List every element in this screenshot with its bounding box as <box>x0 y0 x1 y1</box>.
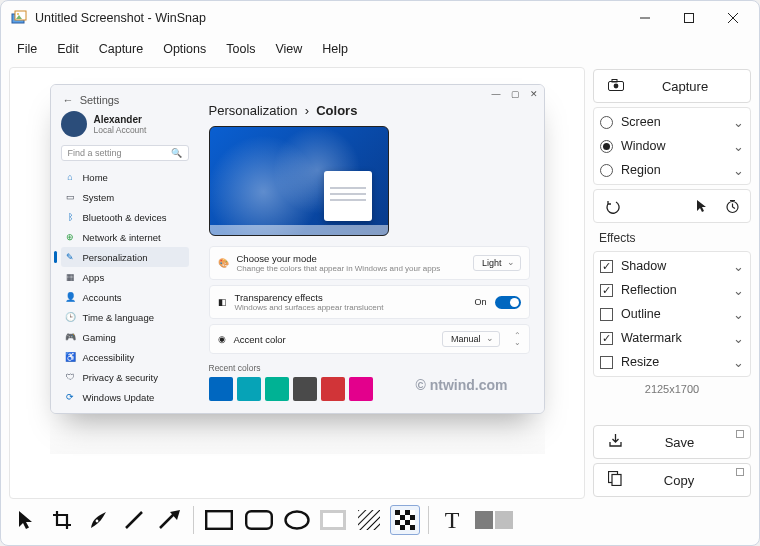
captured-screenshot: ← Settings Alexander Local Account Find … <box>50 84 545 414</box>
image-dimensions: 2125x1700 <box>593 381 751 401</box>
svg-rect-29 <box>400 515 405 520</box>
tool-color-fill[interactable] <box>473 505 517 535</box>
effects-title: Effects <box>593 227 751 247</box>
settings-user: Alexander Local Account <box>61 109 189 145</box>
menu-view[interactable]: View <box>267 38 310 60</box>
menu-capture[interactable]: Capture <box>91 38 151 60</box>
settings-nav-item: ⊕Network & internet <box>61 227 189 247</box>
settings-nav-item: 👤Accounts <box>61 287 189 307</box>
card-choose-mode: 🎨 Choose your modeChange the colors that… <box>209 246 530 280</box>
canvas-area[interactable]: ← Settings Alexander Local Account Find … <box>9 67 585 499</box>
pin-icon <box>736 430 744 438</box>
tool-text[interactable]: T <box>437 505 467 535</box>
copy-button[interactable]: Copy <box>593 463 751 497</box>
close-button[interactable] <box>711 3 755 33</box>
svg-rect-20 <box>246 511 272 529</box>
effect-watermark[interactable]: Watermark⌄ <box>594 326 750 350</box>
delay-button[interactable] <box>720 194 744 218</box>
chevron-down-icon[interactable]: ⌄ <box>733 139 744 154</box>
tool-pointer[interactable] <box>11 505 41 535</box>
undo-button[interactable] <box>600 194 624 218</box>
svg-rect-19 <box>206 511 232 529</box>
settings-window-controls: —▢✕ <box>492 89 538 99</box>
chevron-down-icon[interactable]: ⌄ <box>733 331 744 346</box>
mode-region[interactable]: Region⌄ <box>594 158 750 182</box>
effect-outline[interactable]: Outline⌄ <box>594 302 750 326</box>
tool-arrow[interactable] <box>155 505 185 535</box>
pin-icon <box>736 468 744 476</box>
tool-blur[interactable] <box>354 505 384 535</box>
window-title: Untitled Screenshot - WinSnap <box>35 11 623 25</box>
settings-nav-item: 🕒Time & language <box>61 307 189 327</box>
minimize-button[interactable] <box>623 3 667 33</box>
chevron-down-icon[interactable]: ⌄ <box>733 259 744 274</box>
svg-line-18 <box>160 514 174 528</box>
chevron-down-icon[interactable]: ⌄ <box>733 355 744 370</box>
tool-crop[interactable] <box>47 505 77 535</box>
watermark: © ntwind.com <box>416 377 508 393</box>
svg-rect-8 <box>612 79 617 82</box>
svg-rect-34 <box>410 525 415 530</box>
tool-rounded-rect[interactable] <box>242 505 276 535</box>
user-type: Local Account <box>94 125 147 135</box>
tool-pixelate[interactable] <box>390 505 420 535</box>
settings-nav-item: ᛒBluetooth & devices <box>61 207 189 227</box>
app-icon <box>11 10 27 26</box>
settings-nav-item: ⟳Windows Update <box>61 387 189 407</box>
effect-resize[interactable]: Resize⌄ <box>594 350 750 374</box>
recent-colors-label: Recent colors <box>203 359 530 377</box>
svg-rect-32 <box>405 520 410 525</box>
svg-rect-15 <box>612 475 621 486</box>
accent-dropdown: Manual <box>442 331 500 347</box>
mode-dropdown: Light <box>473 255 521 271</box>
chevron-down-icon[interactable]: ⌄ <box>733 283 744 298</box>
chevron-down-icon[interactable]: ⌄ <box>733 307 744 322</box>
settings-nav-item: ♿Accessibility <box>61 347 189 367</box>
save-button[interactable]: Save <box>593 425 751 459</box>
tool-rectangle[interactable] <box>202 505 236 535</box>
capture-button[interactable]: Capture <box>593 69 751 103</box>
settings-preview <box>209 126 389 236</box>
menu-edit[interactable]: Edit <box>49 38 87 60</box>
tool-line[interactable] <box>119 505 149 535</box>
settings-nav-item: ⌂Home <box>61 167 189 187</box>
settings-title: Settings <box>80 94 120 106</box>
svg-rect-33 <box>400 525 405 530</box>
settings-nav-item: 🛡Privacy & security <box>61 367 189 387</box>
settings-nav-item: ✎Personalization <box>61 247 189 267</box>
menu-tools[interactable]: Tools <box>218 38 263 60</box>
svg-rect-36 <box>495 511 513 529</box>
app-window: Untitled Screenshot - WinSnap File Edit … <box>0 0 760 546</box>
menu-options[interactable]: Options <box>155 38 214 60</box>
menu-file[interactable]: File <box>9 38 45 60</box>
transparency-icon: ◧ <box>218 297 227 307</box>
sidebar: Capture Screen⌄ Window⌄ Region⌄ Effects … <box>589 63 759 501</box>
color-swatch <box>293 377 317 401</box>
chevron-down-icon[interactable]: ⌄ <box>733 163 744 178</box>
tool-highlight[interactable] <box>318 505 348 535</box>
menu-help[interactable]: Help <box>314 38 356 60</box>
mode-screen[interactable]: Screen⌄ <box>594 110 750 134</box>
svg-line-12 <box>732 207 735 209</box>
tool-pen[interactable] <box>83 505 113 535</box>
expand-icon: ⌃⌄ <box>514 332 521 346</box>
svg-rect-4 <box>685 14 694 23</box>
effect-reflection[interactable]: Reflection⌄ <box>594 278 750 302</box>
svg-rect-23 <box>323 513 343 527</box>
color-swatch <box>321 377 345 401</box>
settings-nav-item: ▭System <box>61 187 189 207</box>
effect-shadow[interactable]: Shadow⌄ <box>594 254 750 278</box>
color-swatch <box>237 377 261 401</box>
chevron-down-icon[interactable]: ⌄ <box>733 115 744 130</box>
tool-ellipse[interactable] <box>282 505 312 535</box>
transparency-toggle <box>495 296 521 309</box>
maximize-button[interactable] <box>667 3 711 33</box>
transparency-value: On <box>474 297 486 307</box>
titlebar: Untitled Screenshot - WinSnap <box>1 1 759 35</box>
settings-nav-item: ▦Apps <box>61 267 189 287</box>
include-cursor-button[interactable] <box>690 194 714 218</box>
toolbar: T <box>1 501 759 545</box>
mode-window[interactable]: Window⌄ <box>594 134 750 158</box>
card-accent: ◉ Accent color Manual ⌃⌄ <box>209 324 530 354</box>
search-icon: 🔍 <box>171 148 182 158</box>
